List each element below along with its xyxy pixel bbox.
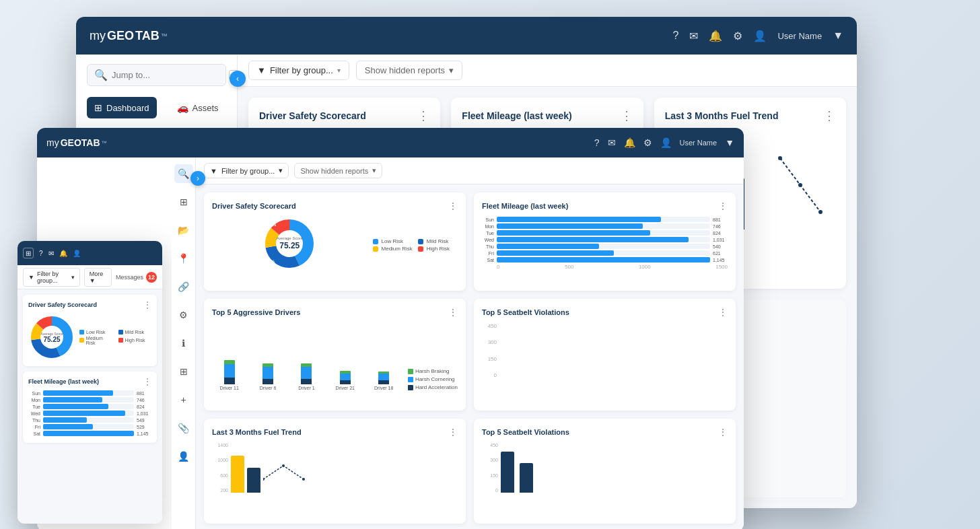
mid-user-icon[interactable]: 👤 bbox=[660, 137, 672, 148]
tool-grid[interactable]: ⊞ bbox=[174, 362, 193, 381]
mid-label-high: High Risk bbox=[427, 246, 450, 252]
mid-card-sb-title: Top 5 Seatbelt Violations bbox=[482, 308, 569, 316]
small-fleet-bars: Sun 881 Mon 746 Tue 824 bbox=[28, 390, 151, 436]
small-filter-label: Filter by group... bbox=[37, 271, 69, 284]
mid-settings-icon[interactable]: ⚙ bbox=[643, 137, 652, 148]
mid-hidden-reports-chevron: ▾ bbox=[372, 166, 376, 175]
sidebar-collapse-button[interactable]: ‹ bbox=[230, 71, 246, 87]
mid-card-fuel-title: Last 3 Months Fuel Trend bbox=[212, 428, 302, 436]
small-lbl-tue: Tue bbox=[28, 404, 40, 409]
mid-card-sb-menu[interactable]: ⋮ bbox=[718, 307, 728, 318]
small-grid-icon[interactable]: ⊞ bbox=[23, 248, 34, 258]
mid-hidden-reports-button[interactable]: Show hidden reports ▾ bbox=[294, 163, 382, 178]
mid-bar-sun: Sun 881 bbox=[482, 217, 728, 222]
tab-dashboard[interactable]: ⊞ Dashboard bbox=[87, 97, 157, 118]
small-bar-thu: Thu 549 bbox=[28, 417, 151, 423]
small-card-fleet-title: Fleet Mileage (last week) bbox=[28, 378, 99, 385]
small-track-mon bbox=[43, 397, 134, 402]
tool-add[interactable]: + bbox=[174, 390, 193, 409]
card-fleet-mileage-title: Fleet Mileage (last week) bbox=[462, 110, 571, 121]
small-bar-mon: Mon 746 bbox=[28, 397, 151, 402]
small-user-icon[interactable]: 👤 bbox=[73, 250, 81, 257]
mid-track-tue bbox=[497, 230, 710, 236]
mid-bell-icon[interactable]: 🔔 bbox=[624, 137, 635, 148]
mid-dot-low bbox=[373, 239, 378, 244]
search-bar[interactable]: 🔍 ⌘F bbox=[87, 64, 226, 86]
mid-lbl-fri: Fri bbox=[482, 251, 494, 256]
mid-filter-label: Filter by group... bbox=[221, 167, 275, 175]
mid-card-fuel-menu[interactable]: ⋮ bbox=[448, 427, 458, 437]
card-fuel-trend-title: Last 3 Months Fuel Trend bbox=[665, 110, 779, 121]
mid-ds-content: Average Score 75.25 43% 14% 29% Low Risk bbox=[212, 217, 458, 271]
mid-filter-button[interactable]: ▼ Filter by group... ▾ bbox=[204, 163, 289, 178]
small-card-fleet-menu[interactable]: ⋮ bbox=[143, 377, 151, 386]
fuel-dotted-line bbox=[773, 145, 827, 239]
small-bar-wed: Wed 1,031 bbox=[28, 411, 151, 416]
filter-chevron-icon: ▾ bbox=[337, 67, 341, 74]
mid-val-sat: 1,145 bbox=[713, 258, 728, 262]
fuel-dotted-area bbox=[765, 145, 835, 239]
mid-chevron-icon: ▼ bbox=[725, 137, 734, 148]
tool-layers[interactable]: 📂 bbox=[174, 221, 193, 240]
card-fuel-trend-menu[interactable]: ⋮ bbox=[823, 108, 835, 123]
mid-mail-icon[interactable]: ✉ bbox=[608, 137, 616, 148]
small-more-button[interactable]: More ▼ bbox=[84, 268, 112, 287]
mid-dot-corner bbox=[408, 377, 413, 382]
hidden-reports-button[interactable]: Show hidden reports ▾ bbox=[356, 61, 462, 80]
tool-person[interactable]: 👤 bbox=[174, 447, 193, 466]
small-lbl-thu: Thu bbox=[28, 418, 40, 423]
mid-card-agg-menu[interactable]: ⋮ bbox=[448, 307, 458, 318]
tool-route[interactable]: 🔗 bbox=[174, 277, 193, 296]
user-icon[interactable]: 👤 bbox=[753, 30, 767, 42]
mid-track-thu bbox=[497, 244, 710, 249]
tool-info[interactable]: ℹ bbox=[174, 334, 193, 353]
mid-lbl-accel: Hard Acceleration bbox=[415, 384, 458, 390]
small-bell-icon[interactable]: 🔔 bbox=[59, 250, 67, 257]
card-driver-safety-menu[interactable]: ⋮ bbox=[417, 108, 429, 123]
mid-legend-corner: Harsh Cornering bbox=[408, 376, 458, 382]
logo-tab: TAB bbox=[135, 29, 160, 43]
small-filter-icon: ▼ bbox=[28, 274, 34, 281]
mid-donut-center: Average Score 75.25 bbox=[276, 236, 303, 250]
tool-dashboard[interactable]: ⊞ bbox=[174, 192, 193, 211]
mid-dot-brake bbox=[408, 369, 413, 374]
tool-search[interactable]: 🔍 bbox=[174, 164, 193, 183]
mid-expand-button[interactable]: › bbox=[190, 171, 205, 186]
bell-icon[interactable]: 🔔 bbox=[709, 30, 722, 42]
settings-icon[interactable]: ⚙ bbox=[733, 30, 742, 42]
mid-d1-lbl: Driver 1 bbox=[298, 386, 315, 390]
mid-bar-thu: Thu 540 bbox=[482, 244, 728, 249]
help-icon[interactable]: ? bbox=[673, 30, 679, 42]
mid-val-sun: 881 bbox=[713, 217, 728, 222]
small-val-sat: 1,145 bbox=[137, 431, 151, 436]
mid-bar-fri: Fri 621 bbox=[482, 250, 728, 256]
mid-donut-score: 75.25 bbox=[276, 242, 303, 251]
mid-pct-29: 29% bbox=[265, 259, 275, 264]
small-dot-medium bbox=[79, 338, 84, 343]
small-help-icon[interactable]: ? bbox=[39, 250, 43, 257]
tool-location[interactable]: 📍 bbox=[174, 249, 193, 268]
small-filter-button[interactable]: ▼ Filter by group... ▾ bbox=[23, 268, 80, 287]
mid-card-fleet-menu[interactable]: ⋮ bbox=[718, 201, 728, 211]
mid-label-mild: Mild Risk bbox=[427, 238, 448, 244]
mid-sb-yaxis: 450 300 150 0 bbox=[482, 323, 497, 378]
tool-settings2[interactable]: ⚙ bbox=[174, 306, 193, 324]
mid-card-agg-header: Top 5 Aggressive Drivers ⋮ bbox=[212, 307, 458, 318]
mid-d11: Driver 11 bbox=[212, 360, 246, 390]
username-label[interactable]: User Name bbox=[777, 31, 822, 41]
mid-help-icon[interactable]: ? bbox=[594, 137, 600, 148]
mid-card-ds-menu[interactable]: ⋮ bbox=[448, 201, 458, 211]
small-card-ds-menu[interactable]: ⋮ bbox=[143, 300, 151, 310]
mid-label-medium: Medium Risk bbox=[382, 246, 413, 252]
small-mail-icon[interactable]: ✉ bbox=[48, 250, 54, 257]
tab-assets[interactable]: 🚗 Assets bbox=[161, 97, 235, 118]
search-input[interactable] bbox=[112, 70, 225, 80]
mid-fleet-bars: Sun 881 Mon 746 Tue 824 bbox=[482, 217, 728, 270]
card-fleet-mileage-menu[interactable]: ⋮ bbox=[621, 108, 633, 123]
tool-clip[interactable]: 📎 bbox=[174, 419, 193, 437]
mail-icon[interactable]: ✉ bbox=[689, 30, 698, 42]
mid-card-sb2-menu[interactable]: ⋮ bbox=[718, 427, 728, 437]
filter-by-group-button[interactable]: ▼ Filter by group... ▾ bbox=[248, 61, 349, 80]
small-lbl-sat: Sat bbox=[28, 431, 40, 436]
svg-point-13 bbox=[282, 464, 285, 467]
